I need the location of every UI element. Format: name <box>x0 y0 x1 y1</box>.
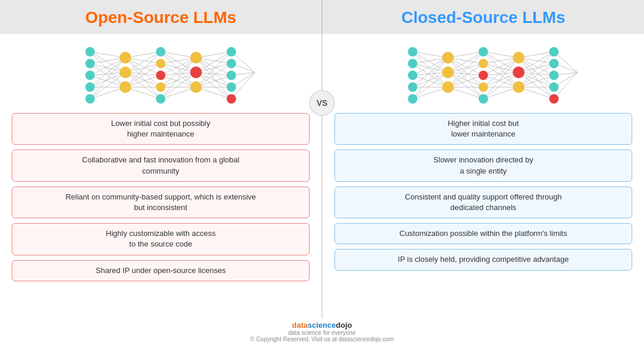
closed-source-header: Closed-Source LLMs <box>323 0 644 34</box>
svg-line-26 <box>125 64 161 87</box>
svg-point-162 <box>479 82 488 92</box>
svg-point-161 <box>479 71 488 80</box>
content-area: VS <box>0 34 644 318</box>
svg-point-153 <box>408 71 417 80</box>
footer-copyright: © Copyright Reserved. Visit us at datasc… <box>250 336 394 342</box>
svg-point-85 <box>227 94 236 104</box>
svg-point-156 <box>442 52 454 64</box>
closed-source-items: Higher initial cost butlower maintenance… <box>334 113 632 271</box>
svg-point-81 <box>227 47 236 56</box>
footer-logo: datasciencedojo <box>292 321 352 330</box>
main-container: Open-Source LLMs Closed-Source LLMs VS <box>0 0 644 346</box>
svg-line-5 <box>90 64 125 87</box>
open-source-item-1: Lower initial cost but possiblyhigher ma… <box>12 113 310 145</box>
svg-point-75 <box>156 71 165 80</box>
svg-point-165 <box>513 66 525 78</box>
open-source-item-3: Reliant on community-based support, whic… <box>12 187 310 218</box>
svg-point-169 <box>549 71 559 80</box>
svg-point-67 <box>85 71 95 80</box>
svg-point-66 <box>85 59 95 68</box>
svg-point-155 <box>408 94 417 104</box>
svg-point-171 <box>549 94 559 104</box>
right-column: Higher initial cost butlower maintenance… <box>323 34 644 318</box>
svg-point-158 <box>442 81 454 93</box>
left-column: Lower initial cost but possiblyhigher ma… <box>0 34 323 318</box>
svg-point-168 <box>549 59 559 68</box>
svg-point-72 <box>119 81 131 93</box>
vs-badge: VS <box>309 90 335 116</box>
logo-dojo: dojo <box>336 321 352 330</box>
closed-source-item-2: Slower innovation directed bya single en… <box>334 149 632 181</box>
logo-data: data <box>292 321 308 330</box>
closed-source-item-5: IP is closely held, providing competitiv… <box>334 249 632 270</box>
svg-point-70 <box>119 52 131 64</box>
logo-science: science <box>308 321 336 330</box>
open-source-item-4: Highly customizable with accessto the so… <box>12 223 310 255</box>
svg-line-142 <box>519 64 554 87</box>
svg-line-56 <box>196 64 231 87</box>
svg-point-157 <box>442 66 454 78</box>
svg-point-71 <box>119 66 131 78</box>
svg-point-80 <box>190 81 202 93</box>
svg-point-65 <box>85 47 95 56</box>
svg-line-91 <box>413 64 448 87</box>
svg-point-79 <box>190 66 202 78</box>
svg-point-152 <box>408 59 417 68</box>
svg-point-167 <box>549 47 559 56</box>
svg-line-112 <box>448 64 483 87</box>
open-source-item-2: Collaborative and fast innovation from a… <box>12 149 310 181</box>
svg-point-69 <box>85 94 95 104</box>
svg-point-84 <box>227 82 236 92</box>
closed-source-item-1: Higher initial cost butlower maintenance <box>334 113 632 145</box>
svg-point-170 <box>549 82 559 92</box>
svg-point-73 <box>156 47 165 56</box>
svg-point-163 <box>479 94 488 104</box>
open-source-item-5: Shared IP under open-source licenses <box>12 260 310 281</box>
closed-source-neural-net <box>334 40 632 105</box>
svg-point-159 <box>479 47 488 56</box>
svg-point-76 <box>156 82 165 92</box>
svg-point-166 <box>513 81 525 93</box>
svg-point-74 <box>156 59 165 68</box>
svg-point-82 <box>227 59 236 68</box>
svg-point-151 <box>408 47 417 56</box>
svg-point-154 <box>408 82 417 92</box>
open-source-header: Open-Source LLMs <box>0 0 323 34</box>
svg-point-164 <box>513 52 525 64</box>
svg-point-68 <box>85 82 95 92</box>
closed-source-item-3: Consistent and quality support offered t… <box>334 187 632 218</box>
svg-point-83 <box>227 71 236 80</box>
closed-source-item-4: Customization possible within the platfo… <box>334 223 632 244</box>
svg-point-160 <box>479 59 488 68</box>
svg-line-121 <box>483 64 519 87</box>
footer-tagline: data science for everyone <box>288 330 356 336</box>
footer: datasciencedojo data science for everyon… <box>0 318 644 346</box>
svg-point-78 <box>190 52 202 64</box>
open-source-items: Lower initial cost but possiblyhigher ma… <box>12 113 310 281</box>
svg-line-35 <box>161 64 196 87</box>
open-source-neural-net <box>12 40 310 105</box>
svg-point-77 <box>156 94 165 104</box>
header-row: Open-Source LLMs Closed-Source LLMs <box>0 0 644 34</box>
